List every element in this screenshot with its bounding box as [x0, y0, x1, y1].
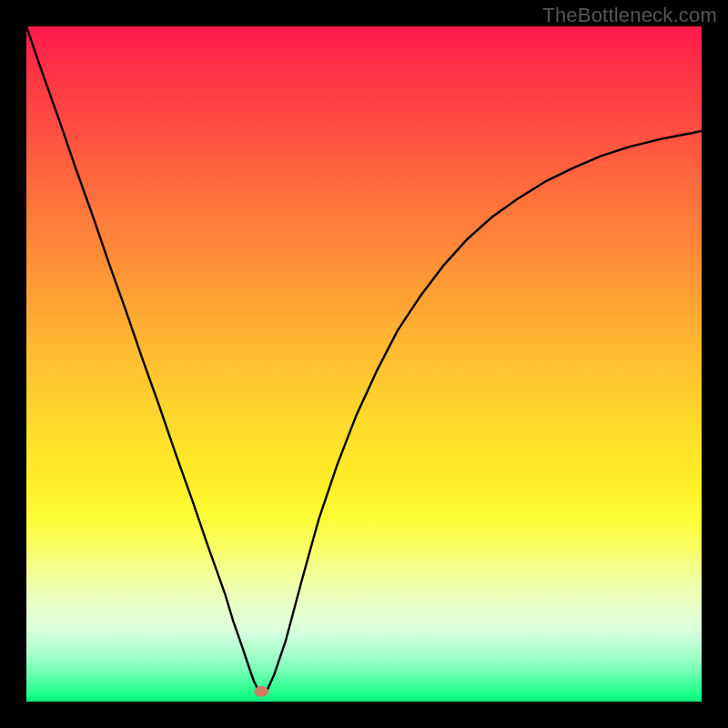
plot-frame — [26, 26, 702, 702]
chart-shell: TheBottleneck.com — [0, 0, 728, 728]
gradient-background — [26, 26, 702, 702]
watermark-text: TheBottleneck.com — [542, 4, 717, 27]
